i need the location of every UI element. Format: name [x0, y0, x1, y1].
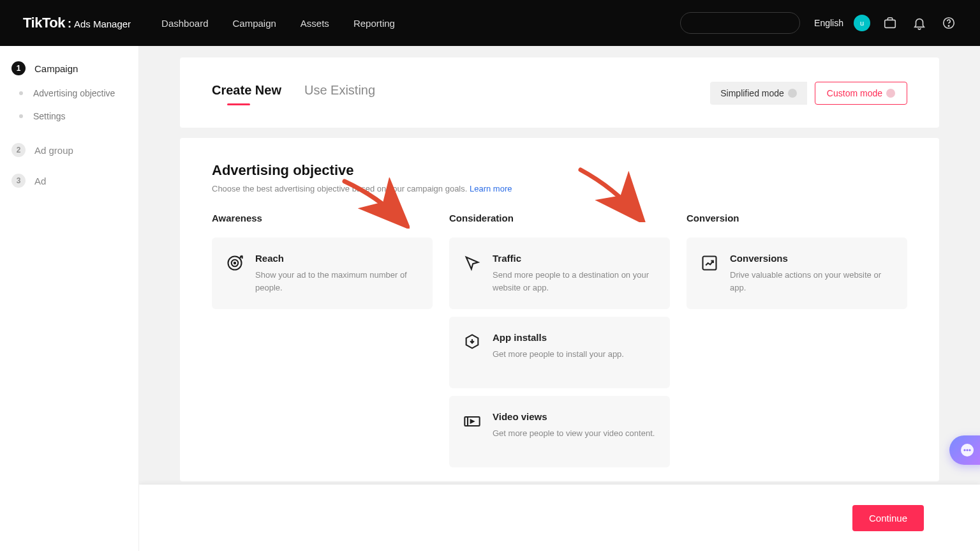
mode-custom-label: Custom mode: [827, 88, 882, 98]
column-heading-conversion: Conversion: [687, 213, 907, 223]
column-heading-consideration: Consideration: [449, 213, 670, 223]
nav-reporting[interactable]: Reporting: [353, 18, 395, 29]
objective-desc: Send more people to a destination on you…: [493, 269, 656, 294]
top-nav: Dashboard Campaign Assets Reporting: [161, 18, 395, 29]
objective-name: Reach: [255, 253, 419, 264]
video-icon: [463, 412, 481, 430]
objective-desc: Drive valuable actions on your website o…: [730, 269, 893, 294]
section-subtitle: Choose the best advertising objective ba…: [212, 184, 907, 193]
step-badge-2: 2: [11, 143, 26, 157]
step-campaign[interactable]: 1 Campaign: [0, 55, 138, 82]
section-title: Advertising objective: [212, 162, 907, 179]
objective-app-installs[interactable]: App installs Get more people to install …: [449, 317, 670, 388]
briefcase-icon[interactable]: [882, 15, 898, 31]
search-input[interactable]: [680, 12, 800, 34]
panel-advertising-objective: Advertising objective Choose the best ad…: [180, 138, 939, 481]
mode-custom[interactable]: Custom mode: [815, 82, 907, 105]
nav-campaign[interactable]: Campaign: [232, 18, 276, 29]
objective-conversions[interactable]: Conversions Drive valuable actions on yo…: [687, 238, 907, 309]
avatar[interactable]: u: [854, 15, 870, 31]
target-icon: [226, 254, 244, 272]
substep-settings[interactable]: Settings: [0, 105, 138, 128]
svg-point-10: [966, 449, 968, 451]
objective-desc: Get more people to view your video conte…: [493, 427, 655, 440]
help-icon[interactable]: [940, 15, 957, 31]
column-awareness: Awareness Reach Show your ad to the maxi…: [212, 213, 433, 475]
tab-use-existing[interactable]: Use Existing: [304, 83, 375, 104]
objective-name: Video views: [493, 411, 655, 422]
column-conversion: Conversion Conversions Drive valuable ac…: [687, 213, 907, 475]
brand-tiktok: TikTok: [23, 15, 65, 31]
panel-create-mode: Create New Use Existing Simplified mode …: [180, 57, 939, 128]
substep-label: Settings: [33, 111, 66, 121]
continue-button[interactable]: Continue: [852, 505, 924, 531]
create-tabs: Create New Use Existing: [212, 83, 375, 104]
mode-simplified[interactable]: Simplified mode: [710, 82, 807, 105]
objective-desc: Get more people to install your app.: [493, 348, 624, 361]
learn-more-link[interactable]: Learn more: [470, 184, 512, 193]
svg-point-11: [969, 449, 970, 451]
objective-video-views[interactable]: Video views Get more people to view your…: [449, 396, 670, 467]
language-selector[interactable]: English: [814, 18, 843, 28]
bell-icon[interactable]: [911, 15, 928, 31]
brand-sep: :: [68, 17, 71, 31]
step-label-ad: Ad: [34, 176, 46, 186]
footer-bar: Continue: [139, 485, 980, 551]
step-ad-group[interactable]: 2 Ad group: [0, 137, 138, 163]
step-badge-1: 1: [11, 61, 26, 75]
objective-traffic[interactable]: Traffic Send more people to a destinatio…: [449, 238, 670, 309]
objective-name: App installs: [493, 332, 624, 343]
chart-up-icon: [701, 254, 718, 272]
objective-desc: Show your ad to the maximum number of pe…: [255, 269, 419, 294]
step-badge-3: 3: [11, 174, 26, 188]
substep-label: Advertising objective: [33, 88, 115, 98]
top-header: TikTok : Ads Manager Dashboard Campaign …: [0, 0, 980, 46]
column-consideration: Consideration Traffic Send more people t…: [449, 213, 670, 475]
help-icon: [886, 89, 895, 98]
chat-icon: [960, 442, 975, 458]
objective-reach[interactable]: Reach Show your ad to the maximum number…: [212, 238, 433, 309]
dot-icon: [19, 114, 23, 118]
tab-create-new[interactable]: Create New: [212, 83, 281, 104]
svg-point-5: [234, 262, 235, 264]
objectives-grid: Awareness Reach Show your ad to the maxi…: [212, 213, 907, 475]
objective-name: Traffic: [493, 253, 656, 264]
left-sidebar: 1 Campaign Advertising objective Setting…: [0, 46, 139, 551]
column-heading-awareness: Awareness: [212, 213, 433, 223]
nav-assets[interactable]: Assets: [301, 18, 329, 29]
hexagon-icon: [463, 333, 481, 351]
substep-advertising-objective[interactable]: Advertising objective: [0, 82, 138, 105]
cursor-icon: [463, 254, 481, 272]
step-ad[interactable]: 3 Ad: [0, 167, 138, 194]
objective-name: Conversions: [730, 253, 893, 264]
step-label-campaign: Campaign: [34, 63, 78, 74]
step-label-adgroup: Ad group: [34, 145, 73, 156]
help-icon: [788, 89, 797, 98]
svg-point-2: [948, 26, 949, 26]
nav-dashboard[interactable]: Dashboard: [161, 18, 208, 29]
mode-simplified-label: Simplified mode: [720, 88, 784, 98]
svg-rect-7: [703, 257, 716, 270]
svg-point-9: [963, 449, 965, 451]
main-content: Create New Use Existing Simplified mode …: [139, 46, 980, 551]
brand-sub: Ads Manager: [74, 19, 131, 29]
mode-toggle: Simplified mode Custom mode: [710, 82, 907, 105]
chat-fab[interactable]: [949, 435, 980, 465]
brand-logo: TikTok : Ads Manager: [23, 15, 131, 31]
dot-icon: [19, 91, 23, 95]
svg-rect-0: [885, 20, 896, 27]
